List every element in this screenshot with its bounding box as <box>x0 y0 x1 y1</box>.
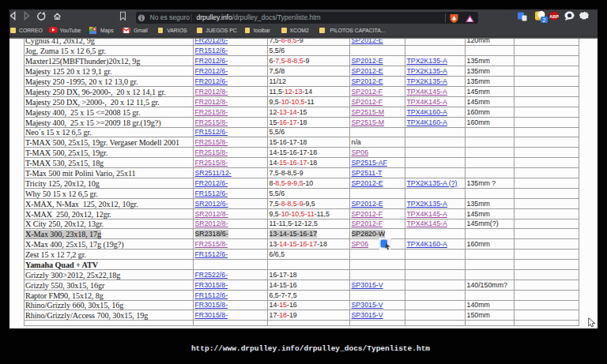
svg-text:ABP: ABP <box>549 14 559 19</box>
svg-text:2: 2 <box>543 17 546 23</box>
